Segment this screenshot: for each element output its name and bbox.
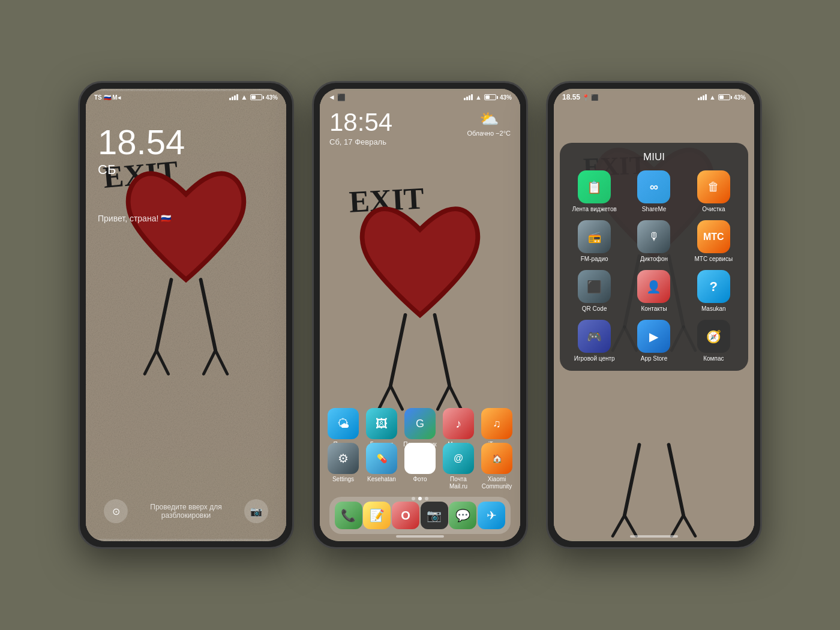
phone-3: EXIT 18.55 📍 ⬛ <box>546 81 762 549</box>
cleaner-icon: 🗑 <box>697 170 730 203</box>
miui-folder: MIUI 📋 Лента виджетов ∞ ShareMe 🗑 Очистк… <box>560 143 748 371</box>
contacts-icon: 👤 <box>637 270 670 303</box>
wifi-icon-3: ▲ <box>709 94 716 101</box>
folder-app-compass[interactable]: 🧭 Компас <box>688 320 740 362</box>
app-health[interactable]: 💊 Kesehatan <box>364 443 399 490</box>
dock-opera[interactable]: O <box>392 502 419 529</box>
folder-app-mts[interactable]: МТС МТС сервисы <box>688 220 740 263</box>
app-settings[interactable]: ⚙ Settings <box>326 443 361 490</box>
app-translate[interactable]: G Переводчик <box>403 408 437 448</box>
folder-app-grid: 📋 Лента виджетов ∞ ShareMe 🗑 Очистка 📻 F… <box>568 170 740 362</box>
home-header: 18:54 Сб, 17 Февраль ⛅ Облачно −2°С <box>329 110 511 146</box>
recorder-label: Диктофон <box>640 256 668 263</box>
time-left-3: 18.55 <box>562 93 580 101</box>
weather-icon: ⛅ <box>479 110 499 128</box>
folder-app-contacts[interactable]: 👤 Контакты <box>628 270 680 313</box>
masukan-label: Masukan <box>701 305 726 313</box>
battery-indicator: 43% <box>250 94 278 101</box>
weather-widget: ⛅ Облачно −2°С <box>467 110 511 137</box>
app-music[interactable]: ♪ Музыка <box>441 408 476 448</box>
game-icon: 🎮 <box>578 320 611 353</box>
dock-telegram[interactable]: ✈ <box>478 502 505 529</box>
app-xiaomi-label: Xiaomi Community <box>479 476 514 490</box>
folder-title: MIUI <box>568 151 740 163</box>
compass-icon: 🧭 <box>697 320 730 353</box>
contacts-label: Контакты <box>641 305 667 313</box>
folder-app-radio[interactable]: 📻 FM-радио <box>568 220 620 263</box>
shareme-icon: ∞ <box>637 170 670 203</box>
dock-phone[interactable]: 📞 <box>335 502 362 529</box>
mts-icon: МТС <box>697 220 730 253</box>
battery-indicator-3: 43% <box>718 94 746 101</box>
notification-icon: ⬛ <box>337 94 346 101</box>
back-arrow: ◄ <box>328 93 335 101</box>
signal-icon-2 <box>464 94 473 100</box>
lock-time: 18.54 <box>98 125 185 160</box>
phone-1: EXIT TS 🇷🇺 M◂ <box>78 81 294 549</box>
app-mail[interactable]: @ Почта Mail.ru <box>441 443 476 490</box>
status-bar-2: ◄ ⬛ ▲ 43% <box>320 89 520 106</box>
cleaner-label: Очистка <box>702 206 725 213</box>
app-weather[interactable]: 🌤 Погода <box>326 408 361 448</box>
shareme-label: ShareMe <box>642 206 667 213</box>
wifi-icon: ▲ <box>241 93 248 101</box>
widget-icon: 📋 <box>578 170 611 203</box>
app-xiaomi[interactable]: 🏠 Xiaomi Community <box>479 443 514 490</box>
appstore-label: App Store <box>641 355 667 362</box>
game-label: Игровой центр <box>574 355 615 362</box>
app-photos-label: Фото <box>413 476 427 483</box>
recorder-icon: 🎙 <box>637 220 670 253</box>
phone-2: EXIT ◄ ⬛ <box>312 81 528 549</box>
home-date: Сб, 17 Февраль <box>329 137 392 146</box>
loc-icon: 📍 <box>582 94 589 101</box>
lock-camera-btn[interactable]: 📷 <box>244 499 268 523</box>
home-indicator-3 <box>630 535 678 538</box>
wifi-icon-2: ▲ <box>475 94 482 101</box>
battery-indicator-2: 43% <box>484 94 512 101</box>
lock-day: СБ <box>98 162 185 178</box>
folder-app-recorder[interactable]: 🎙 Диктофон <box>628 220 680 263</box>
app-health-label: Kesehatan <box>367 476 396 483</box>
notif-icon-3: ⬛ <box>591 94 598 101</box>
masukan-icon: ? <box>697 270 730 303</box>
widget-label: Лента виджетов <box>572 206 616 213</box>
folder-app-masukan[interactable]: ? Masukan <box>688 270 740 313</box>
home-indicator-2 <box>396 535 444 538</box>
folder-app-appstore[interactable]: ▶ App Store <box>628 320 680 362</box>
home-time: 18:54 <box>329 110 392 135</box>
app-itunes[interactable]: ♫ iTunes <box>479 408 514 448</box>
dock-whatsapp[interactable]: 💬 <box>449 502 476 529</box>
signal-icon-3 <box>698 94 707 100</box>
folder-app-game[interactable]: 🎮 Игровой центр <box>568 320 620 362</box>
lock-greeting: Привет, страна! 🇷🇺 <box>98 214 185 223</box>
lock-circle-btn[interactable]: ⊙ <box>104 499 128 523</box>
carrier-text: TS 🇷🇺 M◂ <box>94 94 121 101</box>
signal-icon <box>229 94 238 100</box>
qr-label: QR Code <box>582 305 607 313</box>
mts-label: МТС сервисы <box>695 256 733 263</box>
status-bar-1: TS 🇷🇺 M◂ ▲ 43% <box>86 89 286 106</box>
dock-camera[interactable]: 📷 <box>421 502 448 529</box>
folder-app-shareme[interactable]: ∞ ShareMe <box>628 170 680 213</box>
lock-hint-text: Проведите вверх для разблокировки <box>128 503 244 520</box>
folder-app-cleaner[interactable]: 🗑 Очистка <box>688 170 740 213</box>
dock-notes[interactable]: 📝 <box>363 502 391 529</box>
radio-label: FM-радио <box>581 256 608 263</box>
folder-app-qr[interactable]: ⬛ QR Code <box>568 270 620 313</box>
app-mail-label: Почта Mail.ru <box>441 476 476 490</box>
lock-screen-info: 18.54 СБ Привет, страна! 🇷🇺 <box>98 125 185 223</box>
radio-icon: 📻 <box>578 220 611 253</box>
dock: 📞 📝 O 📷 💬 ✈ <box>329 497 511 534</box>
lock-bottom-bar: ⊙ Проведите вверх для разблокировки 📷 <box>86 499 286 523</box>
status-bar-3: 18.55 📍 ⬛ ▲ 43% <box>554 89 754 106</box>
app-gallery[interactable]: 🖼 Галерея <box>364 408 399 448</box>
qr-icon: ⬛ <box>578 270 611 303</box>
app-settings-label: Settings <box>332 476 354 483</box>
compass-label: Компас <box>703 355 724 362</box>
folder-app-widget[interactable]: 📋 Лента виджетов <box>568 170 620 213</box>
weather-text: Облачно −2°С <box>467 130 511 137</box>
appstore-icon: ▶ <box>637 320 670 353</box>
app-photos[interactable]: ✦ Фото <box>403 443 437 490</box>
